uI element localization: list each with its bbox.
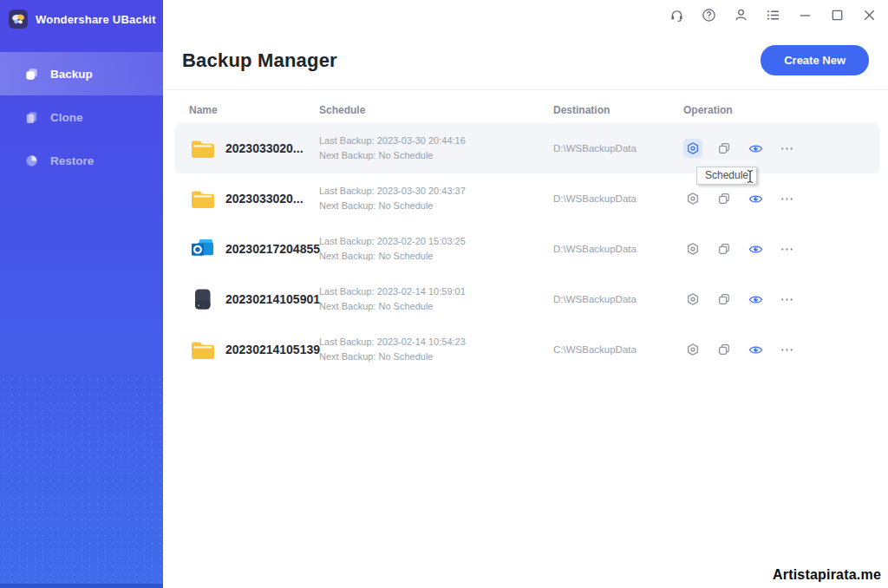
operations-cell [683,139,879,158]
close-icon[interactable] [862,8,877,23]
backup-name: 20230217204855 [225,242,320,256]
schedule-gear-icon[interactable] [683,139,702,158]
destination-cell: D:\WSBackupData [553,244,683,254]
name-cell: 2023033020... [189,137,319,160]
column-header-schedule: Schedule [319,104,553,116]
operations-cell [683,189,879,208]
clone-icon [23,109,39,125]
schedule-cell: Last Backup: 2023-03-30 20:44:16 Next Ba… [319,134,553,163]
header-divider [163,89,888,90]
next-backup: Next Backup: No Schedule [319,199,553,213]
column-header-name: Name [189,104,319,116]
last-backup: Last Backup: 2023-03-30 20:43:37 [319,184,553,199]
destination-cell: D:\WSBackupData [553,193,683,204]
sidebar-nav: Backup Clone Restore [0,52,163,182]
next-backup: Next Backup: No Schedule [319,299,553,314]
table-row[interactable]: 2023033020... Last Backup: 2023-03-30 20… [175,173,879,224]
view-eye-icon[interactable] [746,290,765,309]
drive-icon [189,288,216,311]
view-eye-icon[interactable] [746,239,765,258]
schedule-cell: Last Backup: 2023-02-14 10:54:23 Next Ba… [319,335,553,364]
backup-name: 2023033020... [225,192,304,206]
sidebar-item-clone[interactable]: Clone [0,95,163,139]
folder-icon [189,338,216,362]
more-ellipsis-icon[interactable] [777,239,796,258]
sidebar: Wondershare UBackit Backup Clone [0,0,163,588]
schedule-cell: Last Backup: 2023-02-14 10:59:01 Next Ba… [319,284,553,314]
destination-cell: D:\WSBackupData [553,294,683,304]
minimize-icon[interactable] [798,8,813,23]
text-cursor-icon [746,169,754,187]
operations-cell [683,290,879,309]
help-icon[interactable] [702,8,716,23]
titlebar [163,0,888,29]
backup-name: 20230214105139 [225,343,320,356]
table-header: Name Schedule Destination Operation [189,104,878,116]
sidebar-item-restore[interactable]: Restore [0,139,163,182]
app-logo [9,10,28,29]
next-backup: Next Backup: No Schedule [319,350,553,364]
clone-copy-icon[interactable] [715,239,734,258]
brand-row: Wondershare UBackit [0,0,163,32]
next-backup: Next Backup: No Schedule [319,249,553,264]
next-backup: Next Backup: No Schedule [319,148,553,163]
table-row[interactable]: 20230217204855 Last Backup: 2023-02-20 1… [175,224,879,274]
account-icon[interactable] [734,8,748,23]
sidebar-item-label: Restore [50,154,94,167]
column-header-operation: Operation [683,104,878,116]
last-backup: Last Backup: 2023-02-20 15:03:25 [319,234,553,249]
schedule-gear-icon[interactable] [683,340,702,359]
sidebar-item-backup[interactable]: Backup [0,52,163,95]
maximize-icon[interactable] [830,8,845,23]
watermark-text: Artistapirata.me [773,567,881,583]
brand-title: Wondershare UBackit [36,13,156,26]
table-row[interactable]: 20230214105901 Last Backup: 2023-02-14 1… [175,274,879,324]
page-header: Backup Manager Create New [163,29,888,89]
backup-icon [23,66,39,82]
clone-copy-icon[interactable] [715,290,734,309]
name-cell: 20230217204855 [189,238,319,261]
schedule-gear-icon[interactable] [683,239,702,258]
view-eye-icon[interactable] [746,189,765,208]
backup-list: 2023033020... Last Backup: 2023-03-30 20… [175,123,879,375]
headset-icon[interactable] [669,8,684,23]
view-eye-icon[interactable] [746,340,765,359]
menu-list-icon[interactable] [766,8,780,23]
outlook-icon [189,238,216,261]
butterfly-icon [10,11,26,27]
last-backup: Last Backup: 2023-03-30 20:44:16 [319,134,553,148]
clone-copy-icon[interactable] [715,340,734,359]
folder-icon [189,187,216,211]
backup-name: 2023033020... [225,141,304,155]
clone-copy-icon[interactable] [715,139,734,158]
create-new-button[interactable]: Create New [761,45,869,75]
name-cell: 2023033020... [189,187,319,211]
more-ellipsis-icon[interactable] [777,189,796,208]
destination-cell: D:\WSBackupData [553,143,683,154]
page-title: Backup Manager [182,49,337,72]
column-header-destination: Destination [553,104,683,116]
name-cell: 20230214105901 [189,288,319,311]
more-ellipsis-icon[interactable] [777,139,796,158]
sidebar-bottom-edge [0,584,163,588]
destination-cell: C:\WSBackupData [553,344,683,355]
sidebar-item-label: Backup [50,68,93,81]
main-panel: Backup Manager Create New Name Schedule … [163,0,888,588]
schedule-gear-icon[interactable] [683,290,702,309]
table-row[interactable]: 2023033020... Last Backup: 2023-03-30 20… [175,123,879,173]
operations-cell [683,239,879,258]
operations-cell [683,340,879,359]
more-ellipsis-icon[interactable] [777,290,796,309]
schedule-gear-icon[interactable] [683,189,702,208]
folder-icon [189,137,216,160]
clone-copy-icon[interactable] [715,189,734,208]
last-backup: Last Backup: 2023-02-14 10:59:01 [319,284,553,299]
backup-name: 20230214105901 [225,292,320,306]
schedule-cell: Last Backup: 2023-03-30 20:43:37 Next Ba… [319,184,553,213]
more-ellipsis-icon[interactable] [777,340,796,359]
table-row[interactable]: 20230214105139 Last Backup: 2023-02-14 1… [175,324,879,375]
view-eye-icon[interactable] [746,139,765,158]
restore-icon [23,153,39,168]
sidebar-dot-pattern [0,376,163,584]
last-backup: Last Backup: 2023-02-14 10:54:23 [319,335,553,350]
